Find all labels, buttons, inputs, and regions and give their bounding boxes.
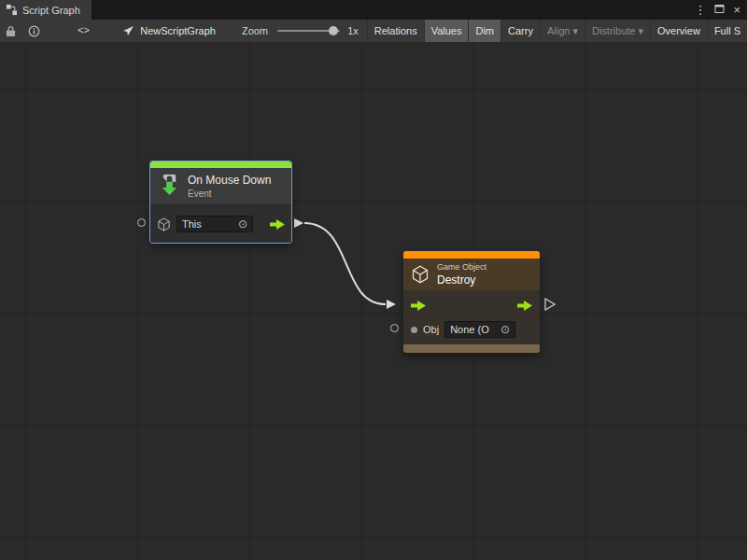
tab-bar: Script Graph ⋮ ×	[0, 0, 747, 20]
event-icon	[158, 175, 181, 198]
info-icon[interactable]	[28, 25, 40, 37]
maximize-icon[interactable]	[714, 4, 725, 16]
connection-wire[interactable]	[0, 42, 747, 560]
zoom-slider-knob[interactable]	[329, 26, 338, 35]
object-picker-icon[interactable]: ⊙	[500, 324, 510, 335]
menu-icon[interactable]: ⋮	[694, 4, 706, 16]
zoom-slider[interactable]	[277, 30, 340, 32]
event-node-subtitle: Event	[188, 189, 271, 199]
obj-port-dot	[411, 327, 417, 333]
destroy-node-footer	[403, 344, 540, 353]
flow-input-port[interactable]	[411, 301, 426, 311]
destroy-node-category: Game Object	[437, 262, 486, 272]
obj-param-label: Obj	[423, 324, 439, 335]
align-button: Align ▾	[540, 20, 585, 42]
target-dropdown[interactable]: This ⊙	[176, 216, 253, 232]
window-controls: ⋮ ×	[694, 0, 747, 20]
node-on-mouse-down[interactable]: On Mouse Down Event This ⊙	[150, 161, 291, 243]
unity-script-graph-window: Script Graph ⋮ × <> NewScriptGraph Zoom	[0, 0, 747, 560]
target-picker-icon[interactable]: ⊙	[238, 218, 247, 230]
zoom-value: 1x	[347, 25, 359, 36]
target-value: This	[182, 218, 202, 230]
lock-icon[interactable]	[6, 25, 16, 37]
event-accent-bar	[150, 161, 291, 168]
carry-button[interactable]: Carry	[500, 20, 540, 42]
node-destroy[interactable]: Game Object Destroy	[403, 251, 540, 353]
destroy-node-body: Obj None (O ⊙	[403, 290, 540, 344]
close-icon[interactable]: ×	[733, 4, 740, 16]
graph-canvas[interactable]: On Mouse Down Event This ⊙	[0, 42, 747, 560]
obj-object-field[interactable]: None (O ⊙	[444, 321, 515, 338]
destroy-node-header[interactable]: Game Object Destroy	[403, 259, 540, 290]
value-input-port[interactable]	[137, 218, 146, 227]
graph-toolbar: <> NewScriptGraph Zoom 1x Relations Valu…	[0, 20, 747, 43]
event-node-header[interactable]: On Mouse Down Event	[150, 168, 291, 204]
relations-button[interactable]: Relations	[367, 20, 424, 42]
graph-name[interactable]: NewScriptGraph	[123, 25, 216, 36]
cube-icon	[157, 217, 171, 231]
event-node-body: This ⊙	[150, 204, 291, 243]
fullscreen-button[interactable]: Full S	[707, 20, 747, 42]
tab-title: Script Graph	[22, 5, 80, 16]
distribute-button: Distribute ▾	[585, 20, 650, 42]
dim-button[interactable]: Dim	[468, 20, 500, 42]
tab-script-graph[interactable]: Script Graph	[0, 0, 92, 20]
obj-object-value: None (O	[450, 324, 489, 335]
overview-button[interactable]: Overview	[650, 20, 707, 42]
obj-input-port[interactable]	[390, 324, 399, 332]
destroy-node-title: Destroy	[437, 273, 486, 287]
event-node-title: On Mouse Down	[188, 174, 271, 187]
unconnected-flow-triangle[interactable]	[544, 298, 556, 313]
script-graph-icon	[6, 4, 18, 16]
graph-pointer-icon	[123, 25, 134, 36]
zoom-label: Zoom	[242, 25, 268, 36]
toolbar-buttons: Relations Values Dim Carry Align ▾ Distr…	[367, 20, 747, 42]
cube-icon	[411, 265, 430, 284]
graph-name-label: NewScriptGraph	[140, 25, 216, 36]
flow-output-port[interactable]	[270, 219, 285, 230]
code-icon[interactable]: <>	[78, 25, 90, 36]
destroy-accent-bar	[403, 251, 540, 259]
values-button[interactable]: Values	[424, 20, 469, 42]
flow-output-port[interactable]	[517, 301, 532, 311]
